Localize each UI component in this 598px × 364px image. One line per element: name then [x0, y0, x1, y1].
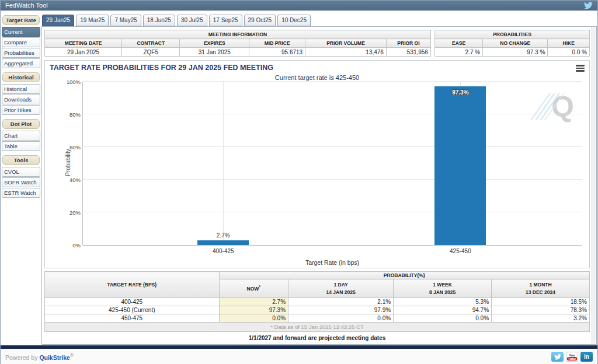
chart-panel: TARGET RATE PROBABILITIES FOR 29 JAN 202…: [44, 60, 590, 268]
twitter-icon[interactable]: [584, 2, 593, 9]
probabilities-summary-table: PROBABILITIES EASE NO CHANGE HIKE 2.7 % …: [434, 30, 590, 57]
sidebar-item-probabilities[interactable]: Probabilities: [2, 48, 40, 58]
tab-7-may25[interactable]: 7 May25: [110, 15, 141, 26]
rate-cell: 400-425: [45, 298, 220, 306]
week-cell: 0.0%: [394, 314, 492, 323]
tab-29-jan25[interactable]: 29 Jan25: [42, 15, 74, 26]
col-1-day: 1 DAY14 JAN 2025: [288, 279, 394, 298]
ease-value: 2.7 %: [435, 48, 483, 57]
quikstrike-watermark-q: Q: [551, 92, 574, 121]
sidebar: Target Rate Current Compare Probabilitie…: [2, 15, 40, 198]
month-cell: 3.2%: [492, 314, 590, 323]
tab-19-mar25[interactable]: 19 Mar25: [76, 15, 109, 26]
sidebar-item-table[interactable]: Table: [2, 141, 40, 151]
col-1-month: 1 MONTH13 DEC 2024: [492, 279, 590, 298]
sidebar-item-prior-hikes[interactable]: Prior Hikes: [2, 105, 40, 115]
app-title: FedWatch Tool: [5, 2, 48, 9]
y-tick-label: 0%: [57, 242, 81, 249]
col-prior-volume: PRIOR VOLUME: [305, 39, 387, 48]
meeting-info-title: MEETING INFORMATION: [45, 30, 431, 39]
sidebar-item-chart[interactable]: Chart: [2, 131, 40, 141]
no-change-value: 97.3 %: [483, 48, 548, 57]
chart-title: TARGET RATE PROBABILITIES FOR 29 JAN 202…: [50, 64, 273, 72]
tab-18-jun25[interactable]: 18 Jun25: [143, 15, 175, 26]
fedwatch-app: FedWatch Tool 29 Jan25 19 Mar25 7 May25 …: [0, 0, 598, 364]
day-cell: 97.9%: [288, 306, 394, 314]
week-cell: 94.7%: [394, 306, 492, 314]
chart-menu-icon[interactable]: [576, 64, 585, 73]
col-no-change: NO CHANGE: [483, 39, 548, 48]
quikstrike-watermark-icon: Q: [540, 92, 574, 121]
sidebar-item-estr-watch[interactable]: ESTR Watch: [2, 188, 40, 198]
sidebar-header-historical: Historical: [2, 72, 40, 82]
y-tick-label: 60%: [57, 144, 81, 150]
youtube-icon[interactable]: YouTube: [566, 352, 578, 362]
x-tick-label: 425-450: [450, 248, 471, 254]
y-tick-label: 20%: [57, 209, 81, 216]
probabilities-title: PROBABILITIES: [435, 30, 590, 39]
col-mid-price: MID PRICE: [249, 39, 305, 48]
day-cell: 0.0%: [288, 314, 394, 323]
now-cell: 0.0%: [219, 314, 288, 323]
table-row: 450-475 0.0% 0.0% 0.0% 3.2%: [45, 314, 590, 323]
col-1-week: 1 WEEK8 JAN 2025: [394, 279, 492, 298]
footer: Powered by QuikStrike® YouTube in: [1, 349, 597, 364]
week-cell: 5.3%: [394, 298, 492, 306]
bar-value-label: 2.7%: [217, 232, 230, 239]
prior-oi-value: 531,956: [386, 48, 430, 57]
meeting-date-tabs: 29 Jan25 19 Mar25 7 May25 18 Jun25 30 Ju…: [42, 15, 311, 26]
rate-cell: 425-450 (Current): [45, 306, 220, 314]
probability-history-table: TARGET RATE (BPS) PROBABILITY(%) NOW* 1 …: [44, 271, 590, 323]
table-row: 425-450 (Current) 97.3% 97.9% 94.7% 78.3…: [45, 306, 590, 314]
x-tick-label: 400-425: [213, 248, 234, 254]
bar-425-450: [434, 86, 486, 245]
bar-400-425: [197, 240, 249, 245]
bar-value-label: 97.3%: [452, 89, 468, 96]
data-as-of-footnote: * Data as of 15 Jan 2025 12:42:25 CT: [44, 323, 590, 332]
y-tick-label: 40%: [57, 177, 81, 183]
quikstrike-link[interactable]: QuikStrike: [39, 354, 70, 361]
plot-area: Probability Q 0%20%40%60%80%100%2.7%400-…: [82, 82, 582, 246]
chart-subtitle: Current target rate is 425-450: [45, 74, 589, 81]
y-tick-label: 80%: [57, 111, 81, 118]
prior-volume-value: 13,476: [305, 48, 387, 57]
sidebar-item-downloads[interactable]: Downloads: [2, 94, 40, 104]
sidebar-header-tools: Tools: [2, 155, 40, 165]
meeting-information-table: MEETING INFORMATION MEETING DATE CONTRAC…: [44, 30, 431, 57]
tab-29-oct25[interactable]: 29 Oct25: [244, 15, 276, 26]
sidebar-header-target-rate: Target Rate: [2, 15, 40, 25]
sidebar-item-cvol[interactable]: CVOL: [2, 167, 40, 177]
mid-price-value: 95.6713: [249, 48, 305, 57]
linkedin-icon[interactable]: in: [580, 352, 593, 362]
col-expires: EXPIRES: [180, 39, 249, 48]
tab-17-sep25[interactable]: 17 Sep25: [209, 15, 242, 26]
month-cell: 18.5%: [492, 298, 590, 306]
month-cell: 78.3%: [492, 306, 590, 314]
row-header-target-rate: TARGET RATE (BPS): [45, 272, 220, 298]
projected-dates-note: 1/1/2027 and forward are projected meeti…: [44, 335, 590, 341]
contract-value: ZQF5: [122, 48, 180, 57]
sidebar-header-dot-plot: Dot Plot: [2, 119, 40, 129]
powered-by-text: Powered by QuikStrike®: [5, 352, 74, 361]
sidebar-item-sofr-watch[interactable]: SOFR Watch: [2, 177, 40, 187]
meeting-date-value: 29 Jan 2025: [45, 48, 122, 57]
day-cell: 2.1%: [288, 298, 394, 306]
sidebar-item-historical[interactable]: Historical: [2, 84, 40, 94]
tab-10-dec25[interactable]: 10 Dec25: [277, 15, 311, 26]
col-meeting-date: MEETING DATE: [45, 39, 122, 48]
vertical-scrollbar[interactable]: [592, 27, 596, 344]
now-cell: 97.3%: [219, 306, 288, 314]
col-hike: HIKE: [548, 39, 590, 48]
top-bar: FedWatch Tool: [1, 1, 597, 10]
y-axis-title: Probability: [65, 145, 71, 180]
sidebar-item-aggregated[interactable]: Aggregated: [2, 58, 40, 68]
col-prior-oi: PRIOR OI: [386, 39, 430, 48]
expires-value: 31 Jan 2025: [180, 48, 249, 57]
main-panel: MEETING INFORMATION MEETING DATE CONTRAC…: [41, 26, 597, 345]
sidebar-item-compare[interactable]: Compare: [2, 37, 40, 47]
tab-30-jul25[interactable]: 30 Jul25: [177, 15, 207, 26]
table-row: 400-425 2.7% 2.1% 5.3% 18.5%: [45, 298, 590, 306]
sidebar-item-current[interactable]: Current: [2, 27, 40, 37]
col-contract: CONTRACT: [122, 39, 180, 48]
twitter-footer-icon[interactable]: [551, 352, 564, 362]
